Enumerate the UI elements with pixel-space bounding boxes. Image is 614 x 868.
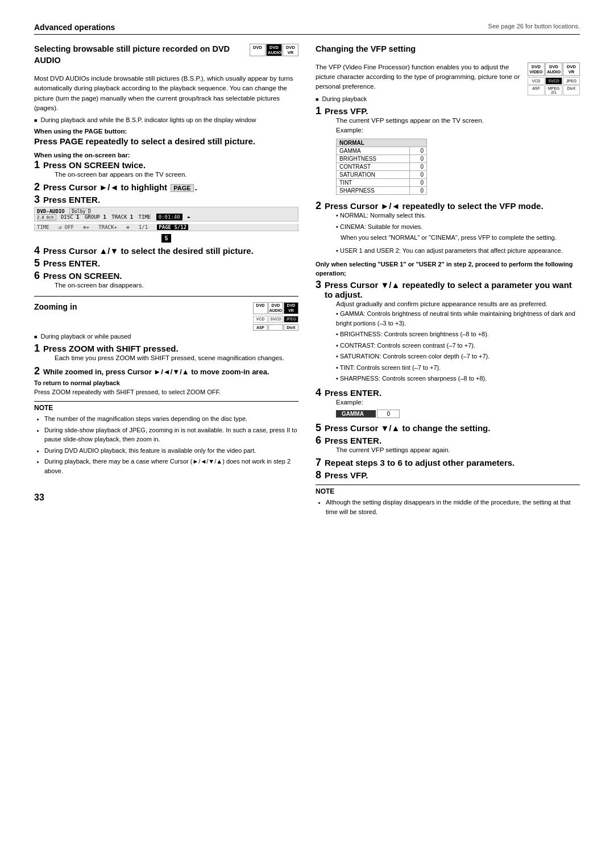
saturation-label-cell: SATURATION	[337, 171, 410, 179]
vfp-step1-body: The current VFP settings appear on the T…	[336, 116, 484, 126]
vfp-step8-num: 8	[316, 470, 321, 480]
step2-num: 2	[34, 182, 40, 192]
gamma-label-cell: GAMMA	[337, 147, 410, 155]
step3-heading: Press ENTER.	[43, 195, 100, 205]
vfp-step1-num: 1	[316, 106, 321, 116]
step5-num: 5	[34, 258, 40, 268]
vfp-badge-asf: ASF	[528, 85, 545, 95]
advanced-operations-label: Advanced operations	[34, 23, 115, 32]
vfp-badge-mpeg: MPEG2/1	[545, 85, 562, 95]
vfp-badge-svcd: SVCD	[545, 77, 562, 85]
step3-enter: 3 Press ENTER.	[34, 194, 298, 205]
note-item-3: During DVD AUDIO playback, this feature …	[44, 446, 298, 456]
vfp-step7: 7 Repeat steps 3 to 6 to adjust other pa…	[316, 457, 580, 468]
vfp-badge-jpeg: JPEG	[563, 77, 580, 85]
right-column: Changing the VFP setting The VFP (Video …	[316, 44, 580, 518]
note-item-4: During playback, there may be a case whe…	[44, 457, 298, 475]
zoom-badge-dvd: DVD	[253, 302, 268, 314]
brightness-label-cell: BRIGHTNESS	[337, 155, 410, 163]
zoom-badge-divx: DivX	[284, 324, 298, 331]
cinema-note: When you select "NORMAL" or "CINEMA", pr…	[341, 233, 563, 243]
vfp-step2: 2 Press Cursor ►/◄ repeatedly to select …	[316, 201, 580, 257]
zoom-step2-heading: While zoomed in, press Cursor ►/◄/▼/▲ to…	[43, 368, 269, 376]
vfp-badge-dvdaudio: DVDAUDIO	[545, 62, 562, 76]
badge-dvd-audio: DVDAUDIO	[266, 44, 282, 56]
vfp-step1-example-label: Example:	[336, 126, 484, 135]
saturation-val-cell: 0	[410, 171, 427, 179]
zooming-title: Zooming in	[34, 302, 248, 311]
vfp-note: NOTE Although the setting display disapp…	[316, 485, 580, 516]
param-contrast: CONTRAST: Controls screen contrast (–7 t…	[336, 341, 580, 350]
vfp-title: Changing the VFP setting	[316, 44, 580, 55]
zoom-badge-jpeg: JPEG	[284, 316, 298, 323]
vfp-intro: The VFP (Video Fine Processor) function …	[316, 62, 522, 92]
vfp-step6: 6 Press ENTER. The current VFP settings …	[316, 435, 580, 455]
vfp-step6-heading: Press ENTER.	[325, 436, 381, 445]
vfp-step2-bullets: NORMAL: Normally select this. CINEMA: Su…	[336, 211, 563, 255]
vfp-step1: 1 Press VFP. The current VFP settings ap…	[316, 106, 580, 199]
zoom-badge: DVD DVDAUDIO DVDVR VCD SVCD JPEG ASF Div…	[253, 302, 298, 331]
param-brightness: BRIGHTNESS: Controls screen brightness (…	[336, 329, 580, 339]
sharpness-val-cell: 0	[410, 187, 427, 195]
gamma-bar-label: GAMMA	[336, 410, 376, 418]
zoom-note-list: The number of the magnification steps va…	[44, 414, 298, 475]
tint-label-cell: TINT	[337, 179, 410, 187]
to-return-body: Press ZOOM repeatedly with SHIFT pressed…	[34, 387, 298, 397]
vfp-note-item-1: Although the setting display disappears …	[326, 498, 580, 516]
dvd-bar-row1: DVD-AUDIO Dolby D2.0 0ch DISC 1 GROUP 1 …	[34, 207, 298, 222]
browsable-section: Selecting browsable still picture record…	[34, 44, 298, 290]
left-column: Selecting browsable still picture record…	[34, 44, 298, 518]
vfp-step7-num: 7	[316, 457, 321, 468]
vfp-table-header: NORMAL	[337, 139, 427, 147]
tint-val-cell: 0	[410, 179, 427, 187]
zoom-step2: 2 While zoomed in, press Cursor ►/◄/▼/▲ …	[34, 366, 298, 376]
page-header: Advanced operations See page 26 for butt…	[34, 23, 580, 35]
zoom-badge-audio: DVDAUDIO	[268, 302, 283, 314]
contrast-val-cell: 0	[410, 163, 427, 171]
badge-dvd: DVD	[250, 44, 265, 56]
step5-heading: Press ENTER.	[43, 258, 100, 268]
gamma-val-cell: 0	[410, 147, 427, 155]
zoom-badge-svcd: SVCD	[268, 316, 283, 323]
zoom-during-playback: During playback or while paused	[34, 333, 298, 340]
vfp-step4-heading: Press ENTER.	[325, 388, 381, 398]
vfp-step7-heading: Repeat steps 3 to 6 to adjust other para…	[325, 458, 515, 468]
sharpness-label-cell: SHARPNESS	[337, 187, 410, 195]
vfp-step5-heading: Press Cursor ▼/▲ to change the setting.	[325, 423, 490, 433]
step3-num: 3	[34, 194, 40, 205]
vfp-step5-num: 5	[316, 423, 321, 433]
vfp-step4: 4 Press ENTER. Example: GAMMA 0	[316, 387, 580, 420]
step5-enter: 5 Press ENTER.	[34, 258, 298, 268]
press-page-text: Press PAGE repeatedly to select a desire…	[34, 136, 298, 147]
vfp-step3-heading: Press Cursor ▼/▲ repeatedly to select a …	[325, 280, 572, 299]
when-page-label: When using the PAGE button:	[34, 128, 298, 135]
step1-num: 1	[34, 160, 40, 170]
zoom-badge-vcd: VCD	[253, 316, 268, 323]
contrast-label-cell: CONTRAST	[337, 163, 410, 171]
vfp-during-playback: During playback	[316, 95, 580, 102]
gamma-bar: GAMMA 0	[336, 410, 400, 418]
vfp-badge-dvdvr: DVDVR	[563, 62, 580, 76]
step6-heading: Press ON SCREEN.	[43, 271, 122, 281]
vfp-step6-num: 6	[316, 435, 321, 445]
vfp-badge-dvdvideo: DVDVIDEO	[528, 62, 545, 76]
dvd-bar-container: DVD-AUDIO Dolby D2.0 0ch DISC 1 GROUP 1 …	[34, 207, 298, 244]
brightness-val-cell: 0	[410, 155, 427, 163]
step6-num: 6	[34, 270, 40, 281]
vfp-badge-divx: DivX	[563, 85, 580, 95]
dvd-bar-row2: TIME ↺ OFF ⊕+ TRACK+ ⊕ 1/1 PAGE 5/12	[34, 224, 298, 231]
zoom-note: NOTE The number of the magnification ste…	[34, 401, 298, 475]
vfp-step6-body: The current VFP settings appear again.	[336, 445, 450, 455]
vfp-note-title: NOTE	[316, 487, 580, 495]
param-sharpness: SHARPNESS: Controls screen sharpness (–8…	[336, 374, 580, 383]
zoom-badge-empty	[268, 324, 283, 331]
browsable-body: Most DVD AUDIOs include browsable still …	[34, 74, 298, 113]
step6-body: The on-screen bar disappears.	[55, 281, 144, 290]
zoom-badge-asf: ASF	[253, 324, 268, 331]
step1-body: The on-screen bar appears on the TV scre…	[55, 170, 186, 180]
zoom-step1: 1 Press ZOOM with SHIFT pressed. Each ti…	[34, 343, 298, 363]
during-playback-note: During playback and while the B.S.P. ind…	[34, 116, 298, 123]
vfp-step1-heading: Press VFP.	[325, 106, 368, 116]
divider-zoom	[34, 296, 298, 297]
vfp-table-container: NORMAL GAMMA0 BRIGHTNESS0 CONTRAST0 SATU…	[336, 139, 484, 195]
